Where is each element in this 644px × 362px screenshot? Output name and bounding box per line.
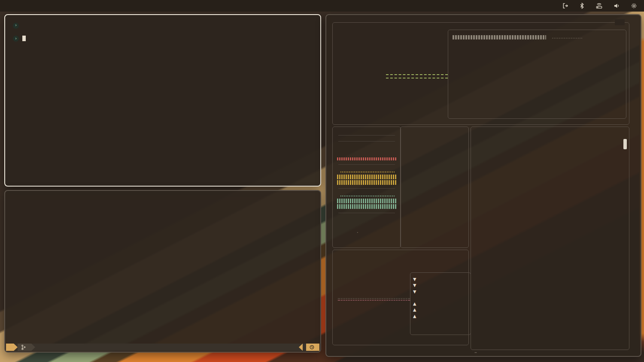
mode-indicator: [6, 344, 14, 351]
net-box: ▼ ▼ ▼ ▲ ▲ ▲: [332, 250, 469, 345]
btop-window[interactable]: .: [325, 14, 641, 357]
update-interval[interactable]: [615, 19, 625, 25]
logout-icon[interactable]: [562, 3, 568, 9]
system-tray: [562, 3, 644, 9]
cached-graph: [337, 199, 396, 203]
git-branch[interactable]: [18, 344, 31, 351]
cached-graph: [337, 204, 396, 209]
prompt-line-2: ›: [13, 35, 320, 42]
settings-icon[interactable]: [631, 3, 637, 9]
cpu-total-meter: [453, 35, 546, 39]
powerline-separator: [31, 344, 35, 351]
terminal-window[interactable]: › ›: [4, 14, 321, 187]
available-graph: [337, 175, 396, 179]
ls-header-row: [13, 29, 320, 35]
powerline-separator: [14, 344, 18, 351]
cpu-box: [332, 22, 629, 125]
cpu-graph-line: [386, 74, 448, 75]
editor-window[interactable]: [4, 190, 321, 353]
proc-scrollbar[interactable]: [623, 139, 627, 149]
prompt-line: ›: [13, 22, 320, 29]
bluetooth-icon[interactable]: [579, 3, 585, 9]
mem-box: .: [332, 127, 401, 248]
network-icon[interactable]: [595, 3, 603, 9]
statusline-clock: [306, 344, 319, 351]
net-stats-panel: ▼ ▼ ▼ ▲ ▲ ▲: [410, 272, 471, 335]
disks-box: [400, 127, 469, 248]
used-graph: [337, 157, 396, 160]
powerline-separator: [299, 344, 303, 351]
top-bar: [0, 0, 644, 12]
available-graph: [337, 180, 396, 185]
cpu-graph-line: [386, 78, 448, 78]
proc-footer: [474, 352, 626, 353]
proc-box: [471, 127, 629, 350]
volume-icon[interactable]: [614, 3, 620, 9]
terminal-cursor: [22, 36, 26, 41]
cpu-core-box: [448, 30, 626, 119]
cpu-temp-graph: [552, 38, 582, 39]
branch-icon: [21, 344, 26, 350]
net-graph: [338, 258, 410, 338]
clock-icon: [310, 345, 314, 350]
code-editor[interactable]: [99, 193, 319, 344]
select-up-key[interactable]: [474, 352, 477, 353]
process-list[interactable]: [474, 139, 621, 341]
file-tree: [5, 193, 99, 344]
statusline: [6, 344, 319, 351]
prompt-icon: ›: [13, 23, 19, 29]
prompt-icon: ›: [13, 36, 19, 42]
